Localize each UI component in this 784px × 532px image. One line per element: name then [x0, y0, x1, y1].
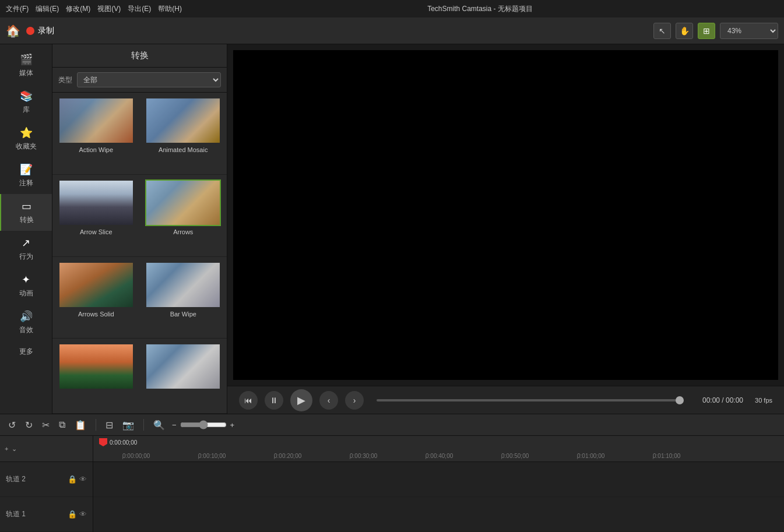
timeline-tracks[interactable]: 0:00:00;00 0:00:00;00 0:00:10;00 0:00:20… [93, 436, 784, 532]
select-tool-button[interactable]: ↖ [653, 23, 671, 39]
list-item[interactable]: Action Wipe [52, 93, 140, 175]
zoom-slider[interactable]: − + [172, 420, 234, 429]
list-item[interactable] [140, 339, 227, 414]
track-collapse-button[interactable]: ⌄ [12, 445, 17, 453]
paste-button[interactable]: 📋 [72, 418, 89, 432]
list-item[interactable]: Arrows Solid [52, 257, 140, 339]
sidebar-item-transitions[interactable]: ▭ 转换 [0, 194, 52, 231]
total-time: 00:00 [726, 396, 743, 404]
menu-item[interactable]: 编辑(E) [36, 4, 59, 14]
bottom2-thumb [146, 344, 220, 389]
copy-button[interactable]: ⧉ [57, 418, 68, 431]
cut-button[interactable]: ✂ [40, 418, 52, 432]
track2-area[interactable] [93, 462, 784, 497]
timeline-scrubber[interactable] [377, 399, 684, 401]
record-label: 录制 [38, 26, 54, 36]
preview-area: ⏮ ⏸ ▶ ‹ › 00:00 / 00:00 30 fps [227, 44, 784, 414]
menu-bar[interactable]: 文件(F)编辑(E)修改(M)视图(V)导出(E)帮助(H) [6, 4, 182, 14]
menu-item[interactable]: 视图(V) [97, 4, 121, 14]
pause-button[interactable]: ⏸ [265, 391, 283, 410]
app-title: TechSmith Camtasia - 无标题项目 [182, 4, 778, 14]
zoom-minus[interactable]: − [172, 421, 177, 429]
transition-name: Arrow Slice [80, 228, 112, 235]
main-area: 🎬 媒体 📚 库 ⭐ 收藏夹 📝 注释 ▭ 转换 ↗ 行为 ✦ 动画 🔊 [0, 44, 784, 414]
track1-lock-icon[interactable]: 🔒 [68, 510, 77, 519]
track1-area[interactable] [93, 497, 784, 532]
split-button[interactable]: ⊟ [103, 418, 115, 432]
sidebar-item-more[interactable]: 更多 [0, 341, 52, 362]
title-bar: 文件(F)编辑(E)修改(M)视图(V)导出(E)帮助(H) TechSmith… [0, 0, 784, 17]
sidebar-item-annotations[interactable]: 📝 注释 [0, 157, 52, 194]
sidebar-item-library[interactable]: 📚 库 [0, 84, 52, 121]
menu-item[interactable]: 导出(E) [128, 4, 151, 14]
annotations-icon: 📝 [20, 163, 33, 176]
crop-tool-button[interactable]: ⊞ [698, 23, 715, 39]
action-wipe-thumb [59, 98, 133, 143]
play-button[interactable]: ▶ [290, 389, 312, 411]
ruler-tick: 0:00:50;00 [501, 453, 577, 459]
favorites-icon: ⭐ [20, 126, 33, 139]
rewind-button[interactable]: ⏮ [239, 391, 258, 410]
toolbar-right: ↖ ✋ ⊞ 43% [653, 23, 778, 39]
main-toolbar: 🏠 录制 ↖ ✋ ⊞ 43% [0, 17, 784, 44]
ruler-tick: 0:00:40;00 [426, 453, 501, 459]
sidebar: 🎬 媒体 📚 库 ⭐ 收藏夹 📝 注释 ▭ 转换 ↗ 行为 ✦ 动画 🔊 [0, 44, 52, 414]
timeline-section: ↺ ↻ ✂ ⧉ 📋 ⊟ 📷 🔍 − + + ⌄ 轨道 2 🔒 👁 [0, 414, 784, 532]
zoom-select[interactable]: 43% [720, 23, 778, 39]
sidebar-more-label: 更多 [19, 347, 33, 357]
menu-item[interactable]: 修改(M) [66, 4, 90, 14]
sidebar-item-audio[interactable]: 🔊 音效 [0, 304, 52, 341]
redo-button[interactable]: ↻ [23, 418, 35, 432]
add-track-button[interactable]: + [5, 445, 8, 452]
transition-name: Arrows Solid [78, 311, 114, 318]
sidebar-annotations-label: 注释 [19, 178, 33, 188]
arrow-slice-thumb [59, 181, 133, 225]
timeline-ruler: 0:00:00;00 0:00:00;00 0:00:10;00 0:00:20… [93, 436, 784, 462]
player-controls: ⏮ ⏸ ▶ ‹ › 00:00 / 00:00 30 fps [227, 386, 784, 414]
track2-lock-icon[interactable]: 🔒 [68, 475, 77, 484]
ruler-tick: 0:00:00;00 [122, 453, 198, 459]
list-item[interactable] [52, 339, 140, 414]
prev-frame-button[interactable]: ‹ [319, 391, 338, 410]
timeline-content: + ⌄ 轨道 2 🔒 👁 轨道 1 🔒 👁 [0, 436, 784, 532]
zoom-plus[interactable]: + [230, 421, 235, 429]
record-dot [26, 27, 34, 35]
track1-visibility-icon[interactable]: 👁 [79, 510, 87, 519]
transition-thumbnail [145, 97, 221, 144]
tick-label: 0:01:10;00 [653, 453, 680, 459]
pan-tool-button[interactable]: ✋ [676, 23, 693, 39]
sidebar-item-favorites[interactable]: ⭐ 收藏夹 [0, 121, 52, 157]
menu-item[interactable]: 文件(F) [6, 4, 29, 14]
sidebar-item-animations[interactable]: ✦ 动画 [0, 267, 52, 304]
track2-visibility-icon[interactable]: 👁 [79, 475, 87, 484]
list-item[interactable]: Arrow Slice [52, 175, 140, 257]
transition-thumbnail [145, 343, 221, 390]
ruler-tick: 0:01:10;00 [653, 453, 729, 459]
track-labels: + ⌄ 轨道 2 🔒 👁 轨道 1 🔒 👁 [0, 436, 93, 532]
arrows-thumb [146, 181, 220, 225]
transition-thumbnail [58, 343, 134, 390]
animations-icon: ✦ [22, 273, 30, 286]
list-item[interactable]: Bar Wipe [140, 257, 227, 339]
next-frame-button[interactable]: › [345, 391, 364, 410]
transition-name: Action Wipe [79, 146, 113, 153]
panel-filter: 类型 全部 切入 切出 [52, 68, 227, 93]
sidebar-item-media[interactable]: 🎬 媒体 [0, 47, 52, 84]
tick-label: 0:00:30;00 [350, 453, 377, 459]
list-item[interactable]: Arrows [140, 175, 227, 257]
menu-item[interactable]: 帮助(H) [158, 4, 182, 14]
tick-label: 0:00:50;00 [501, 453, 529, 459]
bar-wipe-thumb [146, 263, 220, 307]
zoom-range[interactable] [180, 420, 227, 429]
sidebar-item-behaviors[interactable]: ↗ 行为 [0, 231, 52, 267]
home-button[interactable]: 🏠 [6, 24, 20, 38]
playhead-marker [99, 438, 107, 446]
tick-label: 0:00:10;00 [198, 453, 226, 459]
time-display: 00:00 / 00:00 [702, 396, 743, 404]
type-filter-select[interactable]: 全部 切入 切出 [77, 72, 221, 87]
list-item[interactable]: Animated Mosaic [140, 93, 227, 175]
transition-thumbnail [58, 179, 134, 226]
snapshot-button[interactable]: 📷 [120, 418, 136, 432]
undo-button[interactable]: ↺ [6, 418, 18, 432]
record-button[interactable]: 录制 [26, 26, 54, 36]
